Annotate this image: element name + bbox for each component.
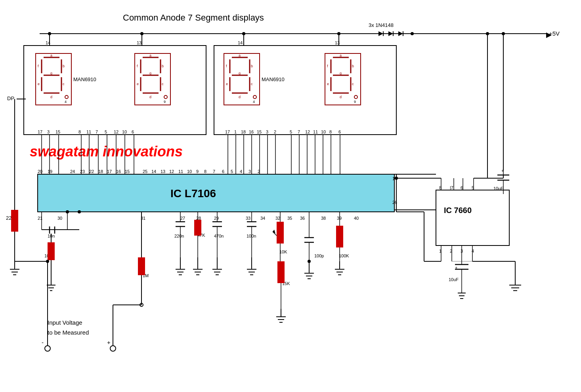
svg-text:10: 10 xyxy=(122,129,127,134)
input-minus-terminal[interactable] xyxy=(45,346,50,351)
svg-text:16: 16 xyxy=(249,129,254,134)
svg-text:a: a xyxy=(239,53,241,57)
svg-point-151 xyxy=(502,32,505,35)
svg-text:a: a xyxy=(340,53,342,57)
pin-29: 29 xyxy=(214,216,219,221)
pin-8: 8 xyxy=(204,169,206,174)
svg-text:a: a xyxy=(50,53,52,57)
svg-marker-6 xyxy=(388,31,393,36)
ic-l7106-label: IC L7106 xyxy=(170,187,216,200)
svg-text:g: g xyxy=(149,71,151,75)
pin-22: 22 xyxy=(89,169,94,174)
svg-text:3: 3 xyxy=(47,129,50,134)
svg-text:g: g xyxy=(340,71,342,75)
svg-point-133 xyxy=(140,32,143,35)
svg-point-135 xyxy=(242,32,245,35)
diode-label: 3x 1N4148 xyxy=(369,22,394,28)
svg-text:15: 15 xyxy=(55,129,60,134)
pin-10: 10 xyxy=(187,169,192,174)
svg-text:6: 6 xyxy=(132,129,134,134)
svg-text:f: f xyxy=(327,64,328,68)
circuit-diagram: Common Anode 7 Segment displays +5V 3x 1… xyxy=(0,0,581,392)
pin-9: 9 xyxy=(196,169,199,174)
pin-36: 36 xyxy=(300,216,305,221)
right-display-module xyxy=(214,46,396,135)
svg-point-137 xyxy=(337,32,340,35)
pin-5: 5 xyxy=(231,169,233,174)
svg-text:e: e xyxy=(38,82,40,86)
pin-35: 35 xyxy=(287,216,292,221)
pin-3-ic: 3 xyxy=(248,169,251,174)
segment-display-3: a f b g e c d 4 xyxy=(224,53,260,105)
svg-text:10: 10 xyxy=(321,129,326,134)
cap-470n-label: 470n xyxy=(214,234,224,238)
svg-text:3: 3 xyxy=(266,129,268,134)
resistor-15k xyxy=(277,261,285,283)
segment-display-4: a f b g e c d 9 xyxy=(325,53,361,105)
pin-40: 40 xyxy=(354,216,359,221)
svg-text:e: e xyxy=(327,82,329,86)
pin-32: 32 xyxy=(275,216,280,221)
svg-text:b: b xyxy=(63,64,65,68)
svg-text:6: 6 xyxy=(338,129,341,134)
diode-3 xyxy=(398,31,412,36)
svg-text:8: 8 xyxy=(78,129,81,134)
svg-text:17: 17 xyxy=(38,129,42,134)
pin-38: 38 xyxy=(321,216,326,221)
resistor-100k xyxy=(336,226,343,247)
svg-text:f: f xyxy=(226,64,227,68)
svg-text:b: b xyxy=(162,64,164,68)
input-plus-terminal[interactable] xyxy=(110,346,116,351)
svg-text:d: d xyxy=(239,95,241,99)
segment-display-2: a f b g e c d 9 xyxy=(135,53,170,105)
pin-15: 15 xyxy=(125,169,130,174)
pin-13-left: 13 xyxy=(137,40,141,45)
svg-marker-3 xyxy=(378,31,383,36)
pin-23: 23 xyxy=(80,169,85,174)
cap-10uf-top-val: 10uF xyxy=(493,186,503,191)
svg-text:g: g xyxy=(239,71,241,75)
r100k-label: 100K xyxy=(339,253,349,258)
pin-34: 34 xyxy=(260,216,265,221)
pin-27: 27 xyxy=(180,216,185,221)
pin-30: 30 xyxy=(57,216,62,221)
svg-text:7: 7 xyxy=(96,129,98,134)
pin-17: 17 xyxy=(107,169,112,174)
svg-text:d: d xyxy=(340,95,342,99)
svg-point-63 xyxy=(253,95,256,99)
watermark: swagatam innovations xyxy=(30,143,183,160)
ic7660-pin4: 4 xyxy=(472,249,474,253)
svg-text:b: b xyxy=(251,64,253,68)
svg-text:11: 11 xyxy=(313,129,318,134)
ic7660-pin6: 6 xyxy=(461,185,463,190)
pin-33: 33 xyxy=(246,216,250,221)
cap-100n-label: 100n xyxy=(247,234,256,238)
pin-12: 12 xyxy=(169,169,174,174)
svg-text:f: f xyxy=(137,64,138,68)
ic-7660-label: IC 7660 xyxy=(444,206,472,215)
svg-marker-9 xyxy=(398,31,403,36)
pin-14: 14 xyxy=(151,169,156,174)
svg-point-131 xyxy=(48,32,51,35)
svg-text:5: 5 xyxy=(105,129,107,134)
cap-220n-label: 220n xyxy=(174,234,184,238)
pin-39: 39 xyxy=(337,216,342,221)
svg-point-12 xyxy=(411,32,414,35)
svg-text:d: d xyxy=(149,95,151,99)
diode-1 xyxy=(373,31,388,36)
svg-text:7: 7 xyxy=(298,129,300,134)
svg-text:e: e xyxy=(137,82,139,86)
pin-14-right: 14 xyxy=(238,40,243,45)
svg-text:4: 4 xyxy=(253,100,255,104)
svg-text:12: 12 xyxy=(114,129,118,134)
pin-1-ic: 1 xyxy=(392,176,395,181)
svg-text:1: 1 xyxy=(234,129,237,134)
svg-text:c: c xyxy=(251,82,253,86)
svg-text:d: d xyxy=(50,95,52,99)
svg-text:9: 9 xyxy=(164,100,166,104)
man6910-label-left: MAN6910 xyxy=(73,76,96,82)
svg-point-205 xyxy=(66,210,69,213)
svg-text:f: f xyxy=(38,64,39,68)
resistor-10k-right xyxy=(277,222,284,244)
cap-10uf-bot-val: 10uF xyxy=(449,277,459,282)
